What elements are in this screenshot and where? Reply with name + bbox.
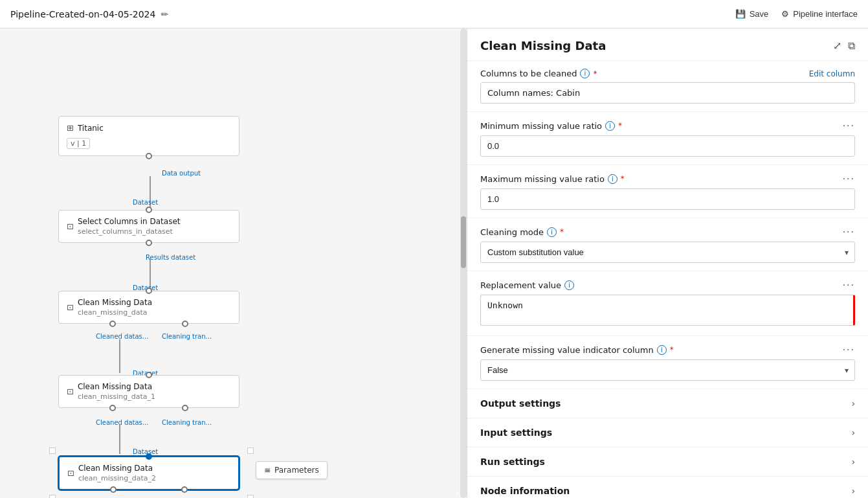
field-label-row-replacement: Replacement value i ··· xyxy=(480,279,855,291)
module-icon-1: ⊡ xyxy=(67,221,74,231)
cleaning-mode-label: Cleaning mode i * xyxy=(480,227,564,237)
replacement-more-btn[interactable]: ··· xyxy=(843,279,855,291)
select-columns-input-port[interactable] xyxy=(146,207,152,213)
cleaning-mode-more-btn[interactable]: ··· xyxy=(843,226,855,238)
clean1-input-port[interactable] xyxy=(146,288,152,294)
field-generate-indicator: Generate missing value indicator column … xyxy=(467,336,868,389)
module-icon-2: ⊡ xyxy=(67,302,74,312)
clean-missing-2-node[interactable]: ⊡ Clean Missing Data clean_missing_data_… xyxy=(58,375,239,408)
input-settings-section[interactable]: Input settings › xyxy=(467,418,868,447)
data-output-label: Data output xyxy=(162,170,201,177)
clean1-output-left-port[interactable] xyxy=(109,321,116,327)
gear-icon: ⚙ xyxy=(781,9,789,19)
max-ratio-required: * xyxy=(621,174,625,183)
results-dataset-label: Results dataset xyxy=(146,254,195,261)
output-settings-chevron: › xyxy=(851,398,855,409)
clean1-output-right-port[interactable] xyxy=(182,321,188,327)
pipeline-title: Pipeline-Created-on-04-05-2024 xyxy=(10,9,155,19)
titanic-node[interactable]: ⊞ Titanic v | 1 xyxy=(58,116,239,156)
save-button[interactable]: 💾 Save xyxy=(735,9,769,19)
min-ratio-input[interactable]: 0.0 xyxy=(480,135,855,157)
clean2-input-port[interactable] xyxy=(146,372,152,378)
run-settings-label: Run settings xyxy=(480,457,545,467)
cleaning-tran-label-1: Cleaning tran... xyxy=(162,333,212,340)
node-information-chevron: › xyxy=(851,486,855,496)
right-panel: Clean Missing Data ⤢ ⧉ Columns to be cle… xyxy=(467,28,868,498)
panel-title: Clean Missing Data xyxy=(480,39,606,52)
clean3-output-left-port[interactable] xyxy=(110,486,117,493)
max-ratio-label: Maximum missing value ratio i * xyxy=(480,174,625,184)
clean-missing-1-node[interactable]: ⊡ Clean Missing Data clean_missing_data xyxy=(58,291,239,324)
titanic-output-port[interactable] xyxy=(146,153,152,159)
canvas-scrollbar-thumb[interactable] xyxy=(461,216,466,268)
indicator-required: * xyxy=(670,345,674,354)
cleaning-mode-select[interactable]: Custom substitution value Remove entire … xyxy=(480,242,855,263)
pipeline-interface-button[interactable]: ⚙ Pipeline interface xyxy=(781,9,858,19)
node-information-label: Node information xyxy=(480,486,570,496)
columns-label: Columns to be cleaned i * xyxy=(480,69,597,78)
dataset-label-1: Dataset xyxy=(133,199,158,206)
canvas[interactable]: ⊞ Titanic v | 1 Data output Dataset ⊡ Se… xyxy=(0,28,467,498)
clean-missing-3-node[interactable]: ⊡ Clean Missing Data clean_missing_data_… xyxy=(58,456,239,490)
select-columns-node[interactable]: ⊡ Select Columns in Dataset select_colum… xyxy=(58,210,239,243)
parameters-button[interactable]: ≡ Parameters xyxy=(256,461,328,479)
max-ratio-input[interactable]: 1.0 xyxy=(480,188,855,210)
parameters-label: Parameters xyxy=(274,466,319,475)
run-settings-chevron: › xyxy=(851,457,855,467)
canvas-scrollbar[interactable] xyxy=(460,28,467,498)
corner-handle-tl[interactable] xyxy=(49,447,56,454)
clean-missing-2-subtitle: clean_missing_data_1 xyxy=(78,392,155,401)
field-label-row-max: Maximum missing value ratio i * ··· xyxy=(480,173,855,185)
max-ratio-more-btn[interactable]: ··· xyxy=(843,173,855,185)
canvas-connectors xyxy=(0,28,467,498)
topbar: Pipeline-Created-on-04-05-2024 ✏ 💾 Save … xyxy=(0,0,868,28)
panel-header: Clean Missing Data ⤢ ⧉ xyxy=(467,28,868,61)
corner-handle-bl[interactable] xyxy=(49,495,56,498)
field-replacement-value: Replacement value i ··· Unknown xyxy=(467,271,868,336)
replacement-value-textarea[interactable]: Unknown xyxy=(480,295,855,326)
cleaning-mode-required: * xyxy=(560,227,564,236)
panel-header-icons: ⤢ ⧉ xyxy=(833,40,855,52)
field-cleaning-mode: Cleaning mode i * ··· Custom substitutio… xyxy=(467,218,868,271)
corner-handle-br[interactable] xyxy=(247,495,254,498)
module-icon-3: ⊡ xyxy=(67,387,74,396)
field-max-ratio: Maximum missing value ratio i * ··· 1.0 xyxy=(467,165,868,218)
input-settings-label: Input settings xyxy=(480,427,552,438)
clean2-output-left-port[interactable] xyxy=(109,405,116,411)
min-ratio-info-icon[interactable]: i xyxy=(605,121,615,131)
edit-title-icon[interactable]: ✏ xyxy=(161,9,168,19)
output-settings-section[interactable]: Output settings › xyxy=(467,389,868,418)
run-settings-section[interactable]: Run settings › xyxy=(467,447,868,477)
cleaning-mode-info-icon[interactable]: i xyxy=(547,227,557,237)
columns-info-icon[interactable]: i xyxy=(580,69,590,78)
replacement-info-icon[interactable]: i xyxy=(564,280,574,290)
topbar-right: 💾 Save ⚙ Pipeline interface xyxy=(735,9,858,19)
corner-handle-tr[interactable] xyxy=(247,447,254,454)
titanic-node-title: Titanic xyxy=(78,124,104,133)
indicator-info-icon[interactable]: i xyxy=(657,345,667,355)
indicator-more-btn[interactable]: ··· xyxy=(843,344,855,356)
select-columns-output-port[interactable] xyxy=(146,240,152,246)
clean3-output-right-port[interactable] xyxy=(181,486,188,493)
node-information-section[interactable]: Node information › xyxy=(467,477,868,498)
dock-icon[interactable]: ⧉ xyxy=(848,40,855,52)
max-ratio-info-icon[interactable]: i xyxy=(608,174,618,184)
field-label-row-columns: Columns to be cleaned i * Edit column xyxy=(480,69,855,78)
min-ratio-more-btn[interactable]: ··· xyxy=(843,120,855,131)
indicator-select[interactable]: False True xyxy=(480,359,855,381)
field-columns-to-clean: Columns to be cleaned i * Edit column Co… xyxy=(467,61,868,112)
expand-icon[interactable]: ⤢ xyxy=(833,40,841,52)
field-label-row-indicator: Generate missing value indicator column … xyxy=(480,344,855,356)
columns-value: Column names: Cabin xyxy=(480,82,855,104)
min-ratio-label: Minimum missing value ratio i * xyxy=(480,121,622,131)
edit-column-link[interactable]: Edit column xyxy=(809,69,855,78)
cleaned-datas-label-2: Cleaned datas... xyxy=(96,419,148,426)
select-columns-subtitle: select_columns_in_dataset xyxy=(78,227,181,236)
topbar-left: Pipeline-Created-on-04-05-2024 ✏ xyxy=(10,9,168,19)
clean3-input-port[interactable] xyxy=(146,453,152,460)
dataset-icon: ⊞ xyxy=(67,123,74,133)
clean-missing-1-title: Clean Missing Data xyxy=(78,298,152,307)
clean2-output-right-port[interactable] xyxy=(182,405,188,411)
indicator-select-wrapper: False True ▾ xyxy=(480,359,855,381)
clean-missing-3-title: Clean Missing Data xyxy=(78,464,156,473)
